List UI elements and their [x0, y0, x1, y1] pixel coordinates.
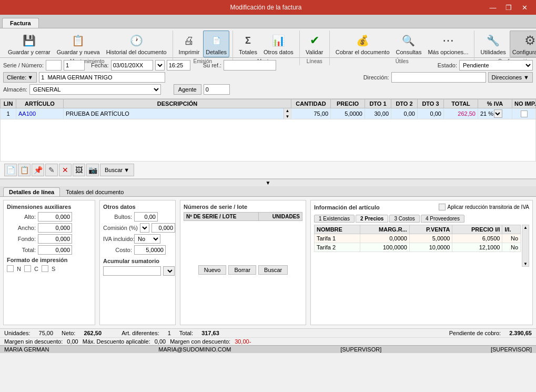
precio-row-1[interactable]: Tarifa 1 0,0000 5,0000 6,0500 No [315, 234, 521, 243]
fecha-input[interactable] [111, 60, 153, 71]
tab-totales-doc[interactable]: Totales del documento [60, 187, 129, 196]
noimp-checkbox[interactable] [521, 110, 528, 117]
iva-select[interactable] [494, 109, 502, 118]
col-total: TOTAL [444, 99, 478, 108]
tab-detalles-linea[interactable]: Detalles de línea [3, 187, 60, 196]
tab-precios[interactable]: 2 Precios [356, 215, 388, 223]
table-row[interactable]: 1 AA100 PRUEBA DE ARTÍCULO ▲ ▼ 75,00 5,0… [1, 108, 536, 119]
info-scroll-down[interactable]: ▼ [522, 262, 529, 266]
photo-button[interactable]: 📷 [86, 164, 99, 176]
col-dto2: DTO 2 [391, 99, 418, 108]
delete-button[interactable]: ✕ [59, 164, 72, 176]
cobrar-doc-button[interactable]: 💰 Cobrar el documento [333, 31, 392, 57]
tab-proveedores[interactable]: 4 Proveedores [421, 215, 464, 223]
scroll-up-icon[interactable]: ▲ [284, 108, 291, 113]
total-dim-input[interactable] [38, 245, 72, 255]
expand-arrow[interactable]: ▼ [0, 179, 536, 186]
cliente-button[interactable]: Cliente: ▼ [3, 72, 37, 83]
restore-button[interactable]: ❐ [501, 2, 516, 13]
fondo-input[interactable] [38, 234, 72, 244]
almacen-label: Almacén: [3, 86, 27, 93]
imprimir-label: Imprimir [179, 49, 200, 56]
serie-buscar-button[interactable]: Buscar [258, 265, 288, 275]
guardar-nueva-button[interactable]: 📋 Guardar y nueva [54, 31, 103, 57]
direcciones-button[interactable]: Direcciones ▼ [488, 72, 533, 83]
ancho-input[interactable] [38, 223, 72, 233]
cell-articulo: AA100 [16, 108, 64, 119]
col-noimp: NO IMP. [512, 99, 536, 108]
configuracion-icon: ⚙ [522, 32, 536, 49]
imprimir-button[interactable]: 🖨 Imprimir [176, 31, 203, 57]
minimize-button[interactable]: — [486, 2, 500, 13]
serie-input[interactable] [46, 60, 62, 71]
buscar-arrow-icon: ▼ [124, 167, 129, 173]
paste-button[interactable]: 📌 [32, 164, 44, 176]
tab-factura[interactable]: Factura [2, 18, 39, 28]
configuracion-button[interactable]: ⚙ Configuración [510, 31, 536, 57]
almacen-select[interactable]: GENERAL [29, 84, 161, 95]
suref-input[interactable] [224, 60, 276, 71]
ribbon-group-lineas-label: Líneas [307, 58, 322, 64]
otros-datos-button[interactable]: 📊 Otros datos [261, 31, 296, 57]
utilidades-button[interactable]: 🔧 Utilidades [478, 31, 508, 57]
info-scroll-up[interactable]: ▲ [522, 225, 529, 230]
serie-borrar-button[interactable]: Borrar [228, 265, 256, 275]
close-button[interactable]: ✕ [517, 2, 532, 13]
cliente-input[interactable] [39, 72, 165, 83]
validar-label: Validar [306, 49, 323, 56]
acumular-input[interactable] [103, 266, 161, 276]
direccion-input[interactable] [391, 72, 486, 83]
image-button[interactable]: 🖼 [73, 164, 85, 176]
cell-lin: 1 [1, 108, 16, 119]
hora-input[interactable] [167, 60, 190, 71]
mas-opciones-button[interactable]: ⋯ Más opciones... [425, 31, 471, 57]
col-piva: % IVA [478, 99, 512, 108]
totales-label: Totales [239, 49, 257, 56]
bultos-input[interactable] [134, 212, 158, 222]
agente-input[interactable] [204, 84, 230, 95]
comision-select[interactable] [140, 223, 149, 233]
serie-nuevo-button[interactable]: Nuevo [198, 265, 227, 275]
totales-button[interactable]: Σ Totales [236, 31, 260, 57]
validar-button[interactable]: ✔ Validar [303, 31, 326, 57]
costo-label: Costo: [103, 247, 132, 253]
window-title: Modificación de la factura [46, 4, 486, 11]
new-line-button[interactable]: 📄 [4, 164, 17, 176]
fmt-n-checkbox[interactable] [7, 265, 14, 272]
serie-col-serie: Nº DE SERIE / LOTE [184, 213, 259, 221]
consultas-button[interactable]: 🔍 Consultas [393, 31, 424, 57]
cell-precio: 5,0000 [331, 108, 365, 119]
acumular-select[interactable] [163, 266, 175, 276]
edit-button[interactable]: ✎ [45, 164, 58, 176]
copy-button[interactable]: 📋 [18, 164, 31, 176]
tab-costos[interactable]: 3 Costos [389, 215, 419, 223]
numero-input[interactable] [64, 60, 85, 71]
buscar-button[interactable]: Buscar ▼ [100, 164, 134, 176]
alto-input[interactable] [38, 212, 72, 222]
pendiente-label: Pendiente de cobro: [449, 330, 501, 336]
ribbon-group-utiles-label: Útiles [396, 58, 409, 64]
tab-existencias[interactable]: 1 Existencias [314, 215, 355, 223]
precio-nombre-1: Tarifa 1 [315, 234, 360, 243]
table-row-empty [1, 119, 536, 162]
fecha-select[interactable] [155, 60, 165, 71]
guardar-cerrar-button[interactable]: 💾 Guardar y cerrar [5, 31, 53, 57]
costo-input[interactable] [134, 245, 166, 255]
guardar-cerrar-icon: 💾 [21, 32, 37, 49]
historial-doc-button[interactable]: 🕐 Historial del documento [104, 31, 169, 57]
serie-panel: Números de serie / lote Nº DE SERIE / LO… [180, 200, 306, 325]
detalles-button[interactable]: 📄 Detalles [203, 31, 229, 57]
comision-input[interactable] [151, 223, 175, 233]
cell-dto3: 0,00 [418, 108, 444, 119]
precio-row-2[interactable]: Tarifa 2 100,0000 10,0000 12,1000 No [315, 243, 521, 252]
agente-button[interactable]: Agente [174, 84, 201, 95]
info-title: Información del artículo [314, 204, 380, 210]
scroll-down-icon[interactable]: ▼ [284, 114, 291, 119]
margen-row: Margen sin descuento: 0,00 Máx. Descuent… [0, 337, 536, 345]
iva-incluido-select[interactable]: No Sí [134, 234, 160, 244]
fmt-s-checkbox[interactable] [42, 265, 48, 272]
fmt-c-checkbox[interactable] [24, 265, 31, 272]
apply-iva-checkbox[interactable] [439, 204, 446, 210]
estado-select[interactable]: Pendiente [459, 60, 533, 71]
col-ii: I/I. [502, 225, 521, 234]
